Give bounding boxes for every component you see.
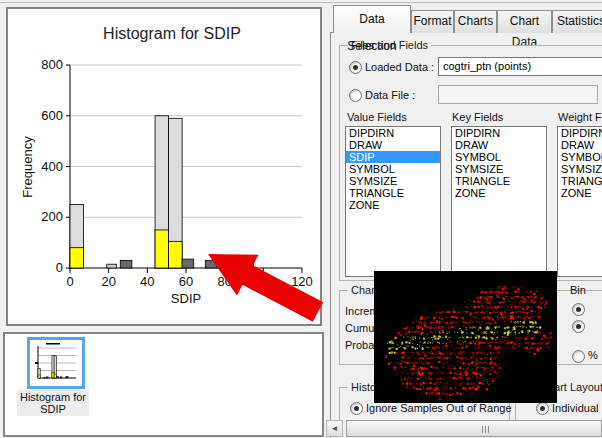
list-item-draw[interactable]: DRAW	[346, 139, 440, 151]
list-item-symsize[interactable]: SYMSIZE	[558, 163, 602, 175]
bin-option-radio-2[interactable]	[572, 320, 585, 333]
list-item-triangle[interactable]: TRIANGLE	[346, 187, 440, 199]
svg-text:Histogram for SDIP: Histogram for SDIP	[103, 25, 241, 42]
ignore-samples-radio[interactable]	[350, 402, 363, 415]
value-fields-listbox[interactable]: DIPDIRNDRAWSDIPSYMBOLSYMSIZETRIANGLEZONE	[345, 126, 441, 277]
scroll-left-button[interactable]: ◄	[326, 420, 343, 437]
loaded-data-combobox[interactable]: cogtri_ptn (points)	[438, 57, 602, 76]
weight-fields-label: Weight Fields	[558, 111, 602, 123]
chart-panel: 0200400600800020406080100120Histogram fo…	[6, 7, 322, 326]
tab-charts[interactable]: Charts	[454, 10, 497, 33]
list-item-triangle[interactable]: TRIANGLE	[452, 175, 546, 187]
chart-thumbnail[interactable]	[27, 337, 85, 389]
svg-text:100: 100	[252, 274, 274, 289]
individual-label: Individual	[552, 402, 598, 414]
list-item-symsize[interactable]: SYMSIZE	[452, 163, 546, 175]
svg-text:600: 600	[41, 108, 63, 123]
key-fields-label: Key Fields	[452, 111, 503, 123]
scrollbar-grip-icon	[482, 426, 493, 433]
svg-text:SDIP: SDIP	[171, 291, 201, 306]
scrollbar-thumb[interactable]	[346, 420, 602, 437]
list-item-symsize[interactable]: SYMSIZE	[346, 175, 440, 187]
chart-thumbnail-caption[interactable]: Histogram for SDIP	[17, 390, 89, 416]
horizontal-scrollbar[interactable]: ◄	[326, 420, 602, 437]
tab-statistics[interactable]: Statistics	[552, 10, 602, 33]
data-file-radio[interactable]	[349, 89, 362, 102]
svg-text:80: 80	[217, 274, 231, 289]
svg-text:200: 200	[41, 209, 63, 224]
key-fields-listbox[interactable]: DIPDIRNDRAWSYMBOLSYMSIZETRIANGLEZONE	[451, 126, 547, 277]
value-fields-label: Value Fields	[347, 111, 407, 123]
list-item-zone[interactable]: ZONE	[452, 187, 546, 199]
svg-text:0: 0	[56, 260, 63, 275]
svg-text:20: 20	[101, 274, 115, 289]
svg-text:0: 0	[66, 274, 73, 289]
list-item-zone[interactable]: ZONE	[346, 199, 440, 211]
loaded-data-label: Loaded Data :	[365, 61, 434, 73]
svg-text:40: 40	[140, 274, 154, 289]
svg-text:400: 400	[41, 159, 63, 174]
weight-fields-listbox[interactable]: DIPDIRNDRAWSYMBOLSYMSIZETRIANGLEZONE	[557, 126, 602, 277]
list-item-dipdirn[interactable]: DIPDIRN	[346, 127, 440, 139]
chart-thumbnail-preview	[30, 340, 82, 386]
histogram-chart: 0200400600800020406080100120Histogram fo…	[8, 9, 316, 320]
individual-radio[interactable]	[536, 402, 549, 415]
thumbnail-strip: Histogram for SDIP	[3, 332, 324, 437]
loaded-data-radio[interactable]	[349, 61, 362, 74]
svg-text:800: 800	[41, 57, 63, 72]
tab-data-selection[interactable]: Data Selection	[333, 5, 411, 33]
list-item-draw[interactable]: DRAW	[558, 139, 602, 151]
list-item-draw[interactable]: DRAW	[452, 139, 546, 151]
window-top-edge	[0, 2, 602, 3]
list-item-zone[interactable]: ZONE	[558, 187, 602, 199]
ignore-samples-label: Ignore Samples Out of Range	[366, 402, 512, 414]
list-item-dipdirn[interactable]: DIPDIRN	[452, 127, 546, 139]
list-item-symbol[interactable]: SYMBOL	[346, 163, 440, 175]
caption-line-1: Histogram for	[17, 391, 89, 403]
svg-text:Frequency: Frequency	[20, 136, 35, 198]
percent-label: %	[588, 349, 598, 361]
svg-text:120: 120	[291, 274, 313, 289]
list-item-sdip[interactable]: SDIP	[346, 151, 440, 163]
data-file-input[interactable]	[438, 85, 598, 104]
percent-radio[interactable]	[572, 350, 585, 363]
bin-option-radio-1[interactable]	[572, 303, 585, 316]
list-item-symbol[interactable]: SYMBOL	[452, 151, 546, 163]
caption-line-2: SDIP	[17, 403, 89, 415]
tab-chart-data[interactable]: Chart Data	[497, 10, 552, 33]
list-item-dipdirn[interactable]: DIPDIRN	[558, 127, 602, 139]
list-item-triangle[interactable]: TRIANGLE	[558, 175, 602, 187]
tab-format[interactable]: Format	[411, 10, 454, 33]
list-item-symbol[interactable]: SYMBOL	[558, 151, 602, 163]
bin-label: Bin	[570, 284, 586, 296]
data-file-label: Data File :	[365, 89, 415, 101]
point-cloud-overlay-image	[374, 271, 557, 403]
svg-text:60: 60	[179, 274, 193, 289]
histogram-tool-window: 0200400600800020406080100120Histogram fo…	[0, 0, 602, 438]
